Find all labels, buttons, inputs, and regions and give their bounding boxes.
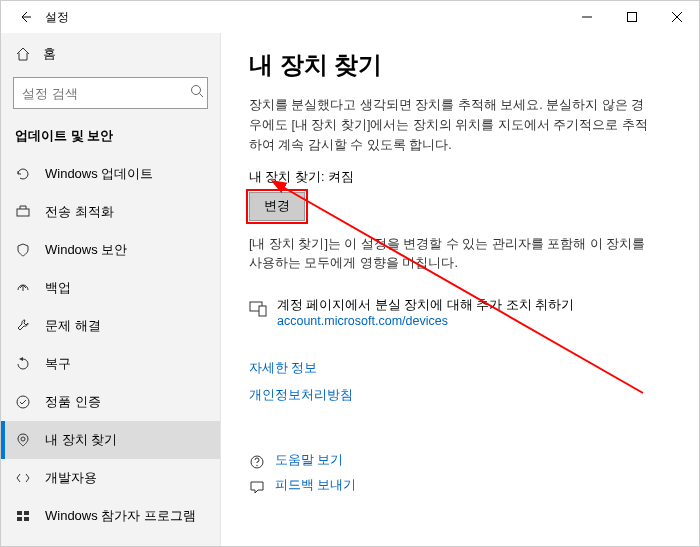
svg-line-5	[200, 94, 204, 98]
more-info-link[interactable]: 자세한 정보	[249, 360, 671, 377]
titlebar: 설정	[1, 1, 699, 33]
sidebar-item-delivery-optimization[interactable]: 전송 최적화	[1, 193, 220, 231]
minimize-button[interactable]	[564, 1, 609, 33]
account-link[interactable]: account.microsoft.com/devices	[277, 314, 448, 328]
search-box[interactable]	[13, 77, 208, 109]
svg-rect-6	[17, 209, 29, 216]
sidebar-item-windows-security[interactable]: Windows 보안	[1, 231, 220, 269]
page-description: 장치를 분실했다고 생각되면 장치를 추적해 보세요. 분실하지 않은 경우에도…	[249, 95, 649, 155]
insider-icon	[15, 508, 31, 524]
backup-icon	[15, 280, 31, 296]
code-icon	[15, 470, 31, 486]
privacy-link[interactable]: 개인정보처리방침	[249, 387, 671, 404]
sidebar-item-windows-update[interactable]: Windows 업데이트	[1, 155, 220, 193]
svg-rect-1	[627, 13, 636, 22]
refresh-icon	[15, 166, 31, 182]
section-label: 업데이트 및 보안	[1, 119, 220, 155]
svg-point-7	[17, 396, 29, 408]
sidebar-item-label: 내 장치 찾기	[45, 431, 117, 449]
main-content: 내 장치 찾기 장치를 분실했다고 생각되면 장치를 추적해 보세요. 분실하지…	[221, 33, 699, 546]
sidebar-item-label: 전송 최적화	[45, 203, 114, 221]
svg-rect-12	[24, 517, 29, 521]
search-input[interactable]	[22, 86, 190, 101]
svg-point-8	[21, 437, 25, 441]
note-text: [내 장치 찾기]는 이 설정을 변경할 수 있는 관리자를 포함해 이 장치를…	[249, 235, 649, 273]
svg-point-16	[256, 464, 257, 465]
search-icon	[190, 84, 204, 102]
close-button[interactable]	[654, 1, 699, 33]
sidebar-item-label: 개발자용	[45, 469, 97, 487]
home-button[interactable]: 홈	[1, 37, 220, 71]
svg-point-4	[192, 86, 201, 95]
check-circle-icon	[15, 394, 31, 410]
sidebar-item-label: 백업	[45, 279, 71, 297]
back-button[interactable]	[9, 1, 41, 33]
svg-rect-9	[17, 511, 22, 515]
home-icon	[15, 46, 31, 62]
svg-rect-14	[259, 306, 266, 316]
sidebar-item-label: 문제 해결	[45, 317, 101, 335]
account-action-text: 계정 페이지에서 분실 장치에 대해 추가 조치 취하기	[277, 297, 574, 314]
device-icon	[249, 299, 267, 320]
wrench-icon	[15, 318, 31, 334]
page-title: 내 장치 찾기	[249, 49, 671, 81]
window-controls	[564, 1, 699, 33]
delivery-icon	[15, 204, 31, 220]
svg-rect-10	[24, 511, 29, 515]
svg-rect-11	[17, 517, 22, 521]
sidebar-item-backup[interactable]: 백업	[1, 269, 220, 307]
sidebar-item-label: 정품 인증	[45, 393, 101, 411]
change-button[interactable]: 변경	[249, 192, 305, 221]
feedback-icon	[249, 479, 265, 498]
sidebar-item-find-my-device[interactable]: 내 장치 찾기	[1, 421, 220, 459]
location-icon	[15, 432, 31, 448]
help-icon	[249, 454, 265, 473]
sidebar: 홈 업데이트 및 보안 Windows 업데이트 전송 최적화 Windows …	[1, 33, 221, 546]
sidebar-item-activation[interactable]: 정품 인증	[1, 383, 220, 421]
recovery-icon	[15, 356, 31, 372]
sidebar-item-label: Windows 업데이트	[45, 165, 153, 183]
status-text: 내 장치 찾기: 켜짐	[249, 169, 671, 186]
arrow-left-icon	[18, 10, 32, 24]
sidebar-item-troubleshoot[interactable]: 문제 해결	[1, 307, 220, 345]
sidebar-item-label: Windows 보안	[45, 241, 127, 259]
sidebar-item-recovery[interactable]: 복구	[1, 345, 220, 383]
maximize-button[interactable]	[609, 1, 654, 33]
window-title: 설정	[45, 9, 69, 26]
shield-icon	[15, 242, 31, 258]
sidebar-item-developer[interactable]: 개발자용	[1, 459, 220, 497]
sidebar-item-label: 복구	[45, 355, 71, 373]
help-link[interactable]: 도움말 보기	[275, 452, 343, 469]
sidebar-item-insider[interactable]: Windows 참가자 프로그램	[1, 497, 220, 535]
feedback-link[interactable]: 피드백 보내기	[275, 477, 356, 494]
home-label: 홈	[43, 45, 56, 63]
sidebar-item-label: Windows 참가자 프로그램	[45, 507, 196, 525]
